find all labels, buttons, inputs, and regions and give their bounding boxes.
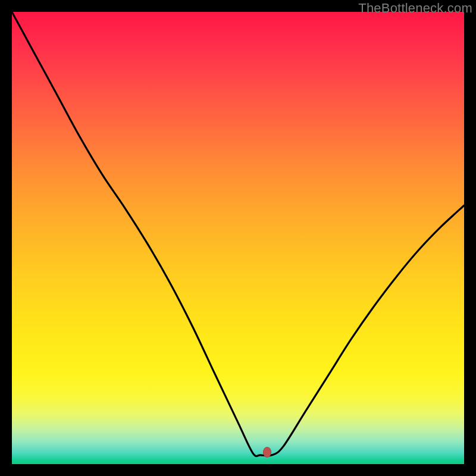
- plot-frame: [12, 12, 464, 464]
- bottleneck-curve: [12, 12, 464, 464]
- watermark-text: TheBottleneck.com: [358, 1, 472, 16]
